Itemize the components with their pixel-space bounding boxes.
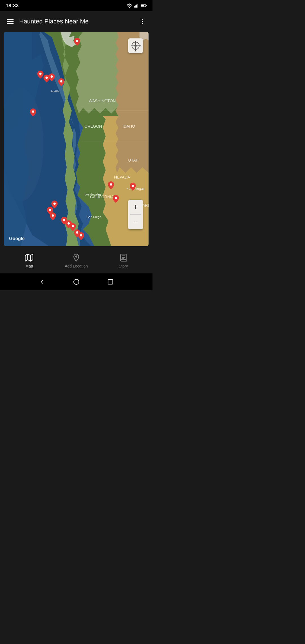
svg-point-36: [52, 214, 54, 217]
svg-point-8: [142, 19, 143, 20]
nav-item-map[interactable]: Map: [6, 251, 53, 271]
svg-text:Seattle: Seattle: [50, 90, 59, 93]
location-center-dot: [134, 45, 137, 47]
svg-point-0: [129, 7, 130, 8]
status-bar: 18:33: [0, 0, 152, 11]
svg-point-38: [115, 197, 117, 199]
svg-text:OREGON: OREGON: [84, 124, 102, 129]
nav-item-add-location[interactable]: Add Location: [53, 251, 100, 271]
story-icon: [119, 253, 128, 262]
svg-text:UTAH: UTAH: [128, 158, 139, 162]
svg-point-42: [72, 225, 74, 227]
svg-marker-46: [25, 254, 33, 261]
wifi-icon: [127, 3, 132, 8]
back-arrow-button[interactable]: [39, 279, 45, 285]
my-location-button[interactable]: [128, 38, 143, 53]
svg-text:San Diego: San Diego: [87, 215, 101, 219]
add-location-icon: [72, 253, 81, 262]
my-location-icon: [132, 42, 140, 50]
svg-point-10: [142, 23, 143, 24]
svg-point-29: [39, 73, 42, 75]
svg-rect-7: [146, 5, 147, 6]
svg-point-31: [51, 75, 53, 78]
svg-point-28: [76, 40, 78, 42]
svg-text:Los Angeles: Los Angeles: [84, 193, 101, 196]
svg-rect-3: [136, 5, 137, 8]
recents-button[interactable]: [107, 279, 114, 285]
svg-point-35: [49, 209, 51, 211]
map-icon: [25, 253, 34, 262]
map-container[interactable]: WASHINGTON OREGON IDAHO UTAH NEVADA ARIZ…: [4, 32, 149, 246]
svg-text:WASHINGTON: WASHINGTON: [89, 99, 116, 103]
svg-rect-55: [108, 280, 113, 284]
page-title: Haunted Places Near Me: [19, 18, 133, 25]
svg-text:IDAHO: IDAHO: [123, 124, 135, 129]
svg-point-54: [74, 279, 79, 284]
menu-button[interactable]: [5, 16, 16, 27]
svg-point-39: [132, 185, 134, 187]
svg-text:NEVADA: NEVADA: [114, 175, 130, 179]
map-background: WASHINGTON OREGON IDAHO UTAH NEVADA ARIZ…: [4, 32, 149, 246]
svg-rect-6: [141, 5, 144, 6]
svg-point-44: [80, 234, 82, 236]
bottom-navigation: Map Add Location Story: [0, 248, 152, 273]
svg-rect-1: [134, 6, 135, 8]
svg-point-30: [45, 77, 48, 79]
svg-point-37: [110, 183, 112, 186]
menu-icon: [7, 19, 14, 20]
zoom-controls: + −: [128, 200, 143, 229]
home-button[interactable]: [73, 279, 80, 285]
more-vertical-icon: [139, 18, 146, 25]
zoom-in-button[interactable]: +: [128, 200, 143, 214]
status-time: 18:33: [6, 3, 19, 9]
svg-point-9: [142, 21, 143, 22]
menu-icon: [7, 23, 14, 24]
svg-point-40: [63, 219, 65, 221]
status-icons: [127, 3, 147, 8]
svg-point-43: [76, 231, 78, 234]
app-bar: Haunted Places Near Me: [0, 11, 152, 32]
menu-icon: [7, 21, 14, 22]
nav-item-story[interactable]: Story: [100, 251, 147, 271]
svg-point-34: [53, 203, 56, 205]
battery-icon: [141, 4, 147, 8]
signal-icon: [134, 3, 139, 8]
svg-rect-4: [137, 4, 138, 8]
android-navigation-bar: [0, 273, 152, 290]
more-options-button[interactable]: [137, 16, 148, 27]
nav-label-story: Story: [119, 264, 128, 268]
svg-point-32: [60, 80, 62, 82]
svg-text:Google: Google: [9, 236, 25, 241]
nav-label-map: Map: [25, 264, 33, 268]
svg-text:• Las Vegas: • Las Vegas: [127, 187, 145, 191]
svg-point-33: [32, 110, 34, 113]
svg-rect-2: [135, 5, 136, 8]
svg-text:ARIZONA: ARIZONA: [142, 203, 149, 208]
svg-point-41: [67, 222, 70, 225]
nav-label-add-location: Add Location: [65, 264, 88, 268]
zoom-out-button[interactable]: −: [128, 215, 143, 229]
